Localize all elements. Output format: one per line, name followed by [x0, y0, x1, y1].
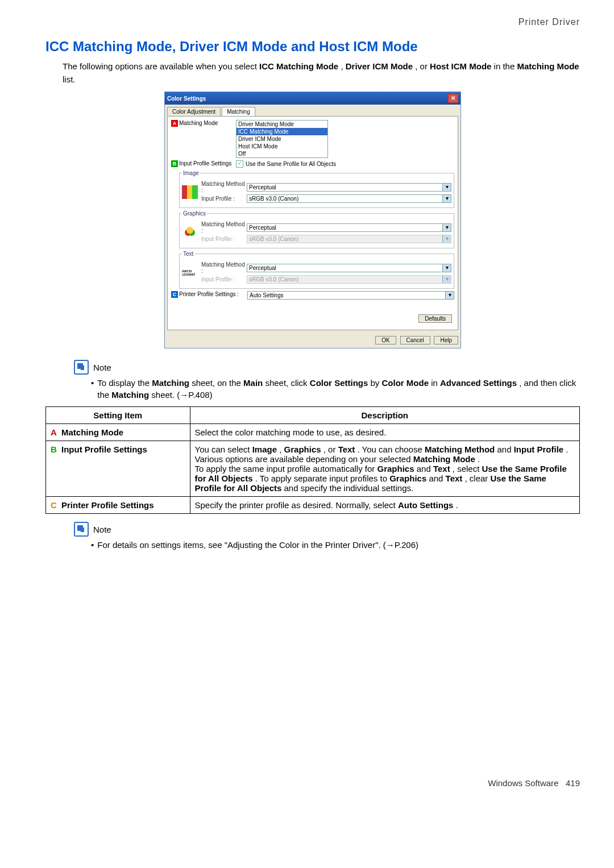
section-title: ICC Matching Mode, Driver ICM Mode and H… [45, 39, 580, 55]
intro-bold: ICC Matching Mode [259, 61, 338, 71]
svg-point-2 [186, 227, 193, 234]
color-settings-dialog: Color Settings ✕ Color Adjustment Matchi… [164, 92, 461, 348]
image-matching-method-label: Matching Method : [201, 181, 247, 193]
intro-text: list. [63, 74, 76, 84]
list-item[interactable]: Driver Matching Mode [237, 121, 327, 128]
input-profile-settings-label: Input Profile Settings [179, 160, 236, 167]
note-label: Note [93, 363, 111, 372]
graphics-matching-method-combo[interactable]: Perceptual▾ [247, 223, 451, 232]
intro-text: The following options are available when… [63, 61, 259, 71]
matching-mode-listbox[interactable]: Driver Matching Mode ICC Matching Mode D… [236, 120, 328, 158]
note-text: To display the Matching sheet, on the Ma… [97, 377, 580, 401]
chevron-down-icon[interactable]: ▾ [442, 264, 451, 272]
tab-color-adjustment[interactable]: Color Adjustment [167, 107, 221, 116]
cancel-button[interactable]: Cancel [400, 336, 430, 344]
help-button[interactable]: Help [434, 336, 458, 344]
note-icon [74, 522, 89, 537]
text-input-profile-label: Input Profile : [201, 276, 247, 283]
row-name: Printer Profile Settings [61, 500, 154, 510]
graphics-thumb-icon [182, 226, 198, 239]
note-icon [74, 360, 89, 375]
note-text: For details on settings items, see "Adju… [97, 539, 418, 551]
list-item[interactable]: ICC Matching Mode [237, 128, 327, 135]
list-item[interactable]: Driver ICM Mode [237, 135, 327, 143]
text-thumb-icon: ABCD 1234567 [182, 266, 198, 280]
th-setting-item: Setting Item [46, 407, 190, 424]
dialog-tabs: Color Adjustment Matching [165, 105, 460, 116]
same-profile-checkbox[interactable]: ✓ [236, 160, 243, 168]
table-row: B Input Profile Settings You can select … [46, 441, 580, 497]
dialog-panel: A Matching Mode Driver Matching Mode ICC… [167, 116, 458, 330]
row-letter-c: C [51, 500, 57, 510]
list-item[interactable]: Off [237, 150, 327, 157]
marker-b-icon: B [171, 160, 178, 167]
image-input-profile-label: Input Profile : [201, 196, 247, 202]
footer-section: Windows Software [488, 778, 558, 788]
row-letter-a: A [51, 427, 57, 437]
row-desc: You can select Image , Graphics , or Tex… [190, 441, 579, 497]
footer-page-number: 419 [566, 778, 580, 788]
printer-profile-settings-label: Printer Profile Settings : [179, 291, 247, 297]
row-name: Matching Mode [61, 427, 123, 437]
intro-paragraph: The following options are available when… [63, 60, 580, 86]
chevron-down-icon[interactable]: ▾ [442, 184, 451, 191]
matching-mode-label: Matching Mode [179, 120, 236, 126]
intro-text: , or [415, 61, 430, 71]
marker-a-icon: A [171, 120, 178, 127]
text-matching-method-combo[interactable]: Perceptual▾ [247, 264, 451, 272]
tab-matching[interactable]: Matching [222, 107, 255, 116]
note-label: Note [93, 525, 111, 534]
group-image: Image Matching Method : Perceptual▾ Inpu… [179, 170, 454, 208]
intro-bold: Matching Mode [517, 61, 579, 71]
image-matching-method-combo[interactable]: Perceptual▾ [247, 183, 451, 192]
group-graphics-legend: Graphics [182, 210, 207, 217]
settings-table: Setting Item Description A Matching Mode… [45, 406, 580, 514]
bullet-icon: • [91, 539, 94, 551]
table-row: C Printer Profile Settings Specify the p… [46, 497, 580, 514]
chevron-down-icon[interactable]: ▾ [442, 224, 451, 231]
graphics-input-profile-label: Input Profile : [201, 236, 247, 242]
group-graphics: Graphics Matching Method : Perceptual▾ I… [179, 210, 454, 248]
close-icon[interactable]: ✕ [448, 94, 458, 103]
intro-bold: Driver ICM Mode [346, 61, 413, 71]
table-row: A Matching Mode Select the color matchin… [46, 424, 580, 441]
page-footer: Windows Software 419 [45, 778, 580, 788]
same-profile-label: Use the Same Profile for All Objects [246, 161, 336, 167]
chevron-down-icon[interactable]: ▾ [445, 292, 454, 299]
intro-text: , [341, 61, 345, 71]
defaults-button[interactable]: Defaults [418, 314, 452, 323]
group-text-legend: Text [182, 251, 194, 257]
dialog-title: Color Settings [167, 95, 206, 102]
chevron-down-icon[interactable]: ▾ [442, 195, 451, 202]
text-input-profile-combo: sRGB v3.0 (Canon)▾ [247, 275, 451, 284]
intro-text: in the [494, 61, 517, 71]
graphics-matching-method-label: Matching Method : [201, 221, 247, 234]
chevron-down-icon: ▾ [442, 235, 451, 243]
group-text: Text ABCD 1234567 Matching Method : Perc… [179, 251, 454, 289]
th-description: Description [190, 407, 579, 424]
graphics-input-profile-combo: sRGB v3.0 (Canon)▾ [247, 235, 451, 243]
chevron-down-icon: ▾ [442, 276, 451, 283]
list-item[interactable]: Host ICM Mode [237, 143, 327, 150]
header-right: Printer Driver [45, 17, 580, 27]
group-image-legend: Image [182, 170, 200, 176]
marker-c-icon: C [171, 291, 178, 298]
bullet-icon: • [91, 377, 94, 401]
row-letter-b: B [51, 445, 57, 454]
note-block-1: Note • To display the Matching sheet, on… [74, 360, 580, 401]
dialog-titlebar: Color Settings ✕ [165, 92, 460, 105]
printer-profile-combo[interactable]: Auto Settings▾ [247, 291, 454, 300]
note-block-2: Note • For details on settings items, se… [74, 522, 580, 551]
row-name: Input Profile Settings [61, 445, 147, 454]
row-desc: Specify the printer profile as desired. … [190, 497, 579, 514]
image-input-profile-combo[interactable]: sRGB v3.0 (Canon)▾ [247, 194, 451, 203]
intro-bold: Host ICM Mode [430, 61, 491, 71]
row-desc: Select the color matching mode to use, a… [190, 424, 579, 441]
ok-button[interactable]: OK [375, 336, 396, 344]
table-header-row: Setting Item Description [46, 407, 580, 424]
image-thumb-icon [182, 185, 198, 199]
text-matching-method-label: Matching Method : [201, 261, 247, 274]
